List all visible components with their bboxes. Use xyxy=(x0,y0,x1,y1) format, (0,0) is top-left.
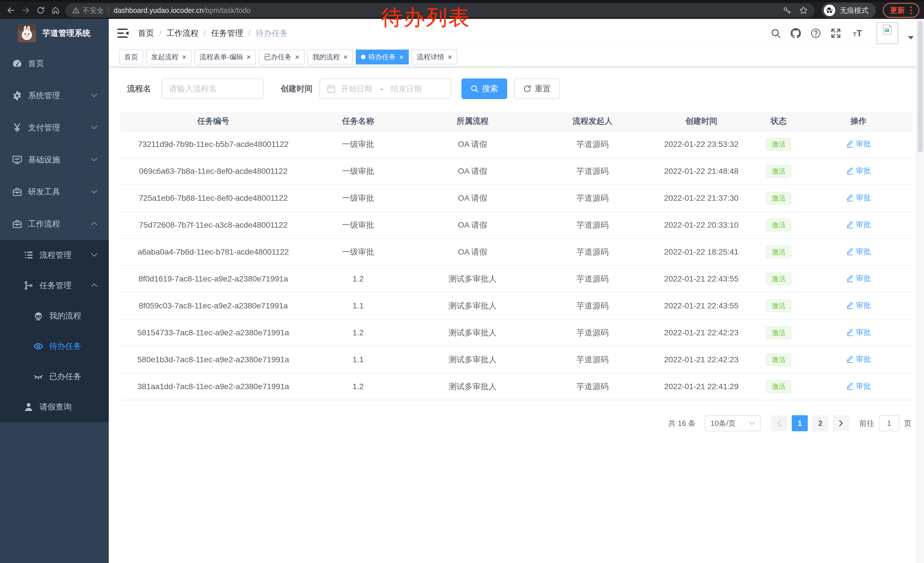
page-number-button[interactable]: 2 xyxy=(812,415,828,431)
create-time: 2022-01-22 21:37:30 xyxy=(650,194,753,203)
process-name: OA 请假 xyxy=(410,220,535,231)
process-starter: 芋道源码 xyxy=(535,193,650,204)
sidebar-menu-item[interactable]: 已办任务 xyxy=(0,362,109,392)
page-size-select[interactable]: 10条/页 xyxy=(705,415,761,431)
prev-page-button[interactable] xyxy=(771,415,787,431)
annotation-overlay: 待办列表 xyxy=(381,3,471,32)
sidebar-menu-item[interactable]: 任务管理 xyxy=(0,270,109,301)
approve-link[interactable]: 审批 xyxy=(846,246,871,257)
task-id: 8f0d1619-7ac8-11ec-a9e2-a2380e71991a xyxy=(120,274,306,284)
close-icon[interactable]: × xyxy=(448,53,452,61)
main-area: 首页/ 工作流程/ 任务管理/ 待办任务 xyxy=(109,19,924,563)
goto-page-input[interactable] xyxy=(879,415,899,431)
bookmark-star-icon[interactable] xyxy=(799,6,808,15)
fullscreen-icon[interactable] xyxy=(831,28,841,38)
font-size-icon[interactable]: TT xyxy=(851,28,864,38)
create-time: 2022-01-21 22:41:29 xyxy=(650,382,753,391)
browser-back-icon[interactable] xyxy=(4,4,17,17)
sidebar-menu-item[interactable]: 首页 xyxy=(0,48,109,80)
scrollbar-thumb[interactable] xyxy=(918,21,923,152)
browser-reload-icon[interactable] xyxy=(34,4,47,17)
page-scrollbar[interactable] xyxy=(916,19,924,563)
sidebar-menu-item[interactable]: 待办任务 xyxy=(0,331,109,362)
yen-icon xyxy=(12,123,22,133)
date-range-picker[interactable]: 开始日期 - 结束日期 xyxy=(320,78,451,99)
status-badge: 激活 xyxy=(766,192,791,204)
breadcrumb-item[interactable]: 任务管理 xyxy=(211,28,243,39)
sidebar-menu-item[interactable]: 我的流程 xyxy=(0,301,109,331)
edit-icon xyxy=(846,329,854,336)
next-page-button[interactable] xyxy=(833,415,849,431)
github-icon[interactable] xyxy=(790,28,801,38)
menu-item-label: 我的流程 xyxy=(49,311,81,321)
approve-link[interactable]: 审批 xyxy=(846,354,871,364)
chevron-icon xyxy=(91,222,98,226)
url-text: dashboard.yudao.iocoder.cn/bpm/task/todo xyxy=(114,6,250,15)
sidebar-menu-item[interactable]: 工作流程 xyxy=(0,208,109,240)
search-button[interactable]: 搜索 xyxy=(461,78,507,99)
approve-link[interactable]: 审批 xyxy=(846,193,871,203)
approve-link[interactable]: 审批 xyxy=(846,273,871,284)
close-icon[interactable]: × xyxy=(344,53,348,61)
approve-link[interactable]: 审批 xyxy=(846,327,871,337)
avatar[interactable] xyxy=(876,23,898,44)
help-icon[interactable] xyxy=(811,28,821,38)
sidebar-menu-item[interactable]: 研发工具 xyxy=(0,176,109,208)
browser-menu-icon[interactable] xyxy=(910,6,912,15)
sidebar-menu-item[interactable]: 基础设施 xyxy=(0,144,109,176)
sidebar-toggle-icon[interactable] xyxy=(117,28,129,38)
tag[interactable]: 已办任务 × xyxy=(259,50,304,65)
user-menu-caret-icon[interactable] xyxy=(908,36,914,39)
tag[interactable]: 我的流程 × xyxy=(308,50,353,65)
browser-update-button[interactable]: 更新 xyxy=(883,3,920,18)
menu-item-label: 待办任务 xyxy=(49,341,81,352)
breadcrumb-item[interactable]: 首页 xyxy=(138,28,154,39)
page-size-value: 10条/页 xyxy=(711,418,736,428)
tag[interactable]: 首页 xyxy=(119,50,143,65)
pagination: 共 16 条 10条/页 12 xyxy=(120,415,912,431)
task-id: 725a1eb6-7b88-11ec-8ef0-acde48001122 xyxy=(120,194,306,203)
incognito-label: 无痕模式 xyxy=(840,6,868,15)
breadcrumb-item[interactable]: 工作流程 xyxy=(166,28,199,39)
breadcrumb-item[interactable]: 待办任务 xyxy=(256,28,288,39)
suitcase-icon xyxy=(12,219,22,229)
approve-link[interactable]: 审批 xyxy=(846,220,871,230)
task-name: 一级审批 xyxy=(306,220,410,231)
process-name: OA 请假 xyxy=(410,139,535,150)
close-icon[interactable]: × xyxy=(182,53,186,61)
tag[interactable]: 待办任务 × xyxy=(356,50,409,65)
table-body: 73211d9d-7b9b-11ec-b5b7-acde48001122 一级审… xyxy=(120,131,912,400)
monitor-icon xyxy=(12,155,22,165)
status-badge: 激活 xyxy=(766,273,791,285)
tag[interactable]: 流程表单-编辑 × xyxy=(194,50,256,65)
process-starter: 芋道源码 xyxy=(535,273,650,284)
approve-link[interactable]: 审批 xyxy=(846,139,871,149)
sidebar-menu-item[interactable]: 流程管理 xyxy=(0,240,109,270)
app-logo[interactable]: 芋道管理系统 xyxy=(0,19,109,48)
approve-link[interactable]: 审批 xyxy=(846,166,871,176)
reset-button[interactable]: 重置 xyxy=(514,78,560,99)
approve-link[interactable]: 审批 xyxy=(846,381,871,391)
tag[interactable]: 流程详情 × xyxy=(412,50,457,65)
sidebar-menu-item[interactable]: 系统管理 xyxy=(0,80,109,112)
close-icon[interactable]: × xyxy=(295,53,299,61)
process-name-input[interactable] xyxy=(162,78,263,99)
tag[interactable]: 发起流程 × xyxy=(146,50,192,65)
approve-link[interactable]: 审批 xyxy=(846,300,871,311)
sidebar-menu-item[interactable]: 请假查询 xyxy=(0,392,109,422)
goto-label: 前往 xyxy=(859,418,874,428)
task-name: 1.1 xyxy=(306,301,410,311)
close-icon[interactable]: × xyxy=(399,53,404,61)
browser-forward-icon[interactable] xyxy=(20,4,32,17)
task-name: 一级审批 xyxy=(306,246,410,257)
create-time: 2022-01-22 23:53:32 xyxy=(650,140,753,149)
browser-home-icon[interactable] xyxy=(49,4,62,17)
page-number-button[interactable]: 1 xyxy=(792,415,808,431)
search-icon[interactable] xyxy=(771,28,781,38)
not-secure-label: 不安全 xyxy=(82,6,104,15)
close-icon[interactable]: × xyxy=(246,53,251,61)
password-key-icon[interactable] xyxy=(783,6,791,15)
create-time: 2022-01-21 22:43:55 xyxy=(650,301,753,311)
sidebar-menu-item[interactable]: 支付管理 xyxy=(0,112,109,144)
dashboard-icon xyxy=(12,59,22,69)
